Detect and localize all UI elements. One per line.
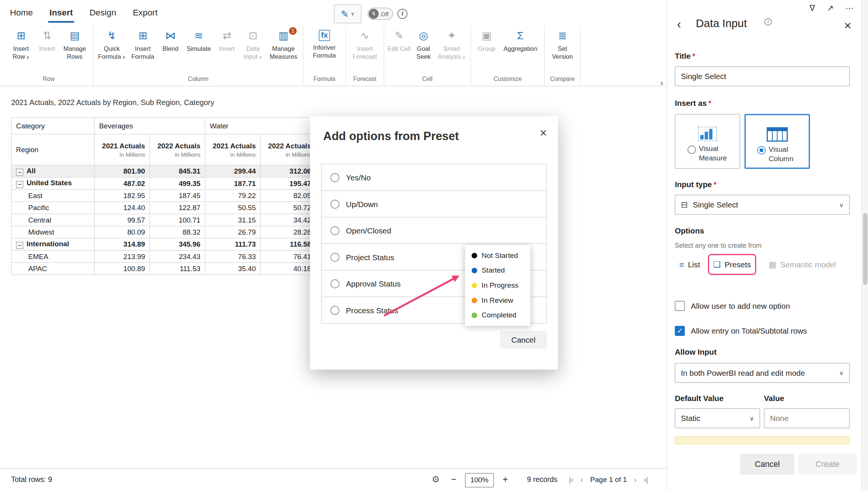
cell-value[interactable]: 111.53 xyxy=(150,262,205,274)
manage-measures-button[interactable]: 1 ▥ Manage Measures xyxy=(267,26,300,61)
goal-seek-button[interactable]: ◎ Goal Seek xyxy=(411,26,436,61)
cell-value[interactable]: 28.28 xyxy=(260,226,316,238)
cell-value[interactable]: 182.95 xyxy=(95,189,150,201)
value-input[interactable] xyxy=(764,408,850,428)
set-version-button[interactable]: ≣ Set Version xyxy=(547,26,577,61)
allow-input-dropdown[interactable]: In both PowerBI read and edit mode ∨ xyxy=(675,363,850,383)
tab-design[interactable]: Design xyxy=(89,8,116,17)
chevron-down-icon: ∨ xyxy=(26,55,29,60)
row-label[interactable]: Pacific xyxy=(11,202,94,214)
cell-value[interactable]: 845.31 xyxy=(150,165,205,177)
cell-value[interactable]: 499.35 xyxy=(150,177,205,189)
cell-value[interactable]: 345.96 xyxy=(150,238,205,250)
expand-icon[interactable]: ↗ xyxy=(827,3,833,13)
collapse-icon[interactable]: − xyxy=(16,169,23,176)
close-icon[interactable]: × xyxy=(540,126,547,140)
modal-cancel-button[interactable]: Cancel xyxy=(500,331,547,349)
cell-value[interactable]: 299.44 xyxy=(205,165,260,177)
quick-formula-button[interactable]: ↯ Quick Formula∨ xyxy=(96,26,127,61)
zoom-level[interactable]: 100% xyxy=(465,473,494,487)
insert-formula-button[interactable]: ⊞ Insert Formula xyxy=(127,26,158,61)
cell-value[interactable]: 116.58 xyxy=(260,238,316,250)
preset-option-yes-no[interactable]: Yes/No xyxy=(321,164,547,191)
cell-value[interactable]: 213.99 xyxy=(95,250,150,262)
list-source-button[interactable]: ≡ List xyxy=(675,254,704,275)
cell-value[interactable]: 100.89 xyxy=(95,262,150,274)
close-icon[interactable]: × xyxy=(844,18,851,33)
first-page-button[interactable]: |‹ xyxy=(569,475,573,483)
cell-value[interactable]: 187.71 xyxy=(205,177,260,189)
radio-icon[interactable] xyxy=(757,146,765,154)
insert-row-button[interactable]: ⊞ Insert Row∨ xyxy=(7,26,35,61)
row-label[interactable]: East xyxy=(11,189,94,201)
panel-cancel-button[interactable]: Cancel xyxy=(740,454,795,475)
row-label[interactable]: EMEA xyxy=(11,250,94,262)
more-options-icon[interactable]: ⋯ xyxy=(845,3,854,13)
cell-value[interactable]: 88.32 xyxy=(150,226,205,238)
simulate-button[interactable]: ≋ Simulate xyxy=(183,26,215,53)
filter-icon[interactable]: ∇ xyxy=(810,3,815,13)
row-label[interactable]: Central xyxy=(11,214,94,226)
last-page-button[interactable]: ›| xyxy=(644,475,648,483)
option-label: Project Status xyxy=(346,253,394,262)
row-label[interactable]: APAC xyxy=(11,262,94,274)
cell-value[interactable]: 76.33 xyxy=(205,250,260,262)
scrollbar-thumb[interactable] xyxy=(863,213,868,285)
back-button[interactable]: ‹ xyxy=(677,17,681,32)
zoom-in-button[interactable]: + xyxy=(503,474,508,484)
info-icon[interactable]: i xyxy=(764,18,772,25)
row-label[interactable]: Midwest xyxy=(11,226,94,238)
visual-column-card[interactable]: Visual Column xyxy=(744,114,810,169)
scrollbar[interactable] xyxy=(861,0,868,491)
cell-value[interactable]: 80.09 xyxy=(95,226,150,238)
tab-export[interactable]: Export xyxy=(133,8,157,17)
info-icon[interactable]: i xyxy=(397,9,407,19)
radio-icon[interactable] xyxy=(687,145,695,154)
prev-page-button[interactable]: ‹ xyxy=(581,475,583,483)
cell-value[interactable]: 801.90 xyxy=(95,165,150,177)
manage-rows-button[interactable]: ▤ Manage Rows xyxy=(59,26,90,61)
visual-measure-card[interactable]: Visual Measure xyxy=(675,114,740,169)
preset-option-up-down[interactable]: Up/Down xyxy=(321,190,547,217)
cell-value[interactable]: 99.57 xyxy=(95,214,150,226)
collapse-icon[interactable]: − xyxy=(16,242,23,249)
input-type-dropdown[interactable]: ⊟ Single Select ∨ xyxy=(675,195,850,215)
cell-value[interactable]: 487.02 xyxy=(95,177,150,189)
zoom-out-button[interactable]: − xyxy=(451,474,457,484)
table-settings-gear-icon[interactable]: ⚙ xyxy=(432,474,440,485)
cell-value[interactable]: 111.73 xyxy=(205,238,260,250)
preset-option-open-closed[interactable]: Open/Closed xyxy=(321,217,547,244)
title-input[interactable] xyxy=(675,66,850,86)
edit-mode-button[interactable]: ✎ ∨ xyxy=(334,5,361,23)
cell-value[interactable]: 195.47 xyxy=(260,177,316,189)
cell-value[interactable]: 34.42 xyxy=(260,214,316,226)
cell-value[interactable]: 312.06 xyxy=(260,165,316,177)
cell-value[interactable]: 82.05 xyxy=(260,189,316,201)
collapse-icon[interactable]: − xyxy=(16,181,23,188)
checkbox-unchecked[interactable] xyxy=(675,301,685,311)
cell-value[interactable]: 31.15 xyxy=(205,214,260,226)
cell-value[interactable]: 50.72 xyxy=(260,202,316,214)
cell-value[interactable]: 40.18 xyxy=(260,262,316,274)
aggregation-button[interactable]: Σ Aggregation xyxy=(499,26,541,53)
presets-source-button[interactable]: ❏ Presets xyxy=(708,254,756,275)
cell-value[interactable]: 100.71 xyxy=(150,214,205,226)
cell-value[interactable]: 234.43 xyxy=(150,250,205,262)
inforiver-formula-button[interactable]: fx Inforiver Formula xyxy=(306,26,343,59)
cell-value[interactable]: 122.87 xyxy=(150,202,205,214)
checkbox-checked[interactable]: ✓ xyxy=(675,326,685,335)
tab-home[interactable]: Home xyxy=(10,8,33,17)
cell-value[interactable]: 76.41 xyxy=(260,250,316,262)
tab-insert[interactable]: Insert xyxy=(49,8,73,17)
cell-value[interactable]: 314.89 xyxy=(95,238,150,250)
cell-value[interactable]: 35.40 xyxy=(205,262,260,274)
cell-value[interactable]: 79.22 xyxy=(205,189,260,201)
power-toggle[interactable]: ↯ Off xyxy=(368,8,393,20)
cell-value[interactable]: 26.79 xyxy=(205,226,260,238)
cell-value[interactable]: 187.45 xyxy=(150,189,205,201)
cell-value[interactable]: 124.40 xyxy=(95,202,150,214)
blend-button[interactable]: ⋈ Blend xyxy=(158,26,183,53)
next-page-button[interactable]: › xyxy=(634,475,636,483)
default-value-dropdown[interactable]: Static ∨ xyxy=(675,408,760,428)
cell-value[interactable]: 50.55 xyxy=(205,202,260,214)
